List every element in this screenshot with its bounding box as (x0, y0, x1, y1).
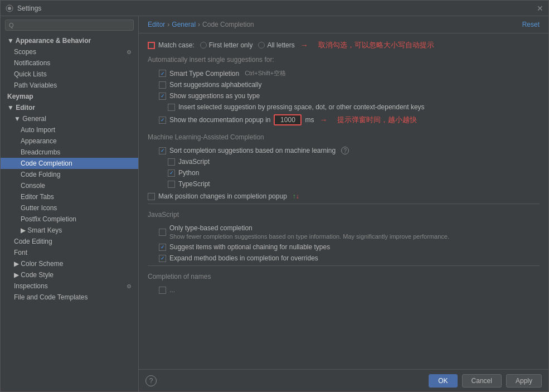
annotation1-arrow: → (300, 41, 308, 50)
nullable-types-checkbox[interactable] (159, 244, 166, 251)
show-as-type-row: Show suggestions as you type (148, 92, 540, 100)
help-button[interactable]: ? (145, 375, 157, 386)
annotation2-text: 提示弹窗时间，越小越快 (337, 115, 417, 125)
sidebar-item-font[interactable]: Font (1, 247, 138, 258)
sidebar-item-code-editing[interactable]: Code Editing (1, 236, 138, 247)
js-checkbox[interactable] (168, 158, 175, 166)
type-based-row: Only type-based completion Show fewer co… (148, 224, 540, 240)
sidebar-item-general[interactable]: ▼ General (1, 113, 138, 124)
completion-names-title: Completion of names (148, 273, 211, 280)
sidebar-item-code-style[interactable]: ▶ Code Style (1, 269, 138, 280)
show-as-type-checkbox[interactable] (159, 93, 166, 100)
cancel-button[interactable]: Cancel (462, 374, 502, 388)
apply-button[interactable]: Apply (506, 374, 542, 388)
section-arrow: ▼ (7, 37, 16, 45)
breadcrumb-general[interactable]: General (172, 21, 196, 28)
match-case-label: Match case: (158, 41, 195, 49)
sidebar-item-editor[interactable]: ▼ Editor (1, 102, 138, 113)
sidebar-item-gutter-icons[interactable]: Gutter Icons (1, 202, 138, 214)
mark-position-checkbox[interactable] (148, 193, 155, 200)
type-based-checkbox[interactable] (159, 229, 166, 236)
more-checkbox[interactable] (159, 287, 166, 294)
sidebar-item-auto-import[interactable]: Auto Import (1, 124, 138, 135)
code-style-arrow: ▶ (14, 271, 21, 279)
show-doc-popup-label: Show the documentation popup in (169, 116, 270, 124)
sidebar-item-path-variables[interactable]: Path Variables (1, 80, 138, 91)
window-controls: ✕ (536, 4, 544, 12)
insert-selected-checkbox[interactable] (168, 104, 175, 111)
auto-insert-label-row: Automatically insert single suggestions … (148, 54, 540, 66)
nullable-types-label: Suggest items with optional chaining for… (169, 243, 330, 251)
sidebar-item-inspections[interactable]: Inspections ⚙ (1, 280, 138, 292)
smart-type-checkbox[interactable] (159, 70, 166, 77)
sort-alpha-row: Sort suggestions alphabetically (148, 81, 540, 89)
sidebar-item-keymap[interactable]: Keymap (1, 91, 138, 102)
app-icon (5, 4, 14, 13)
footer-left: ? (145, 375, 157, 386)
match-case-checkbox[interactable] (148, 42, 155, 49)
search-icon: Q (9, 22, 14, 28)
smart-type-label: Smart Type Completion (169, 70, 239, 78)
sort-alpha-checkbox[interactable] (159, 81, 166, 89)
search-input[interactable] (16, 21, 130, 29)
reset-button[interactable]: Reset (522, 21, 540, 28)
completion-names-row: Completion of names (148, 268, 540, 283)
js-row: JavaScript (148, 158, 540, 166)
radio-group-match: First letter only All letters (200, 41, 295, 49)
python-checkbox[interactable] (168, 170, 175, 177)
radio-all-letters-input[interactable] (258, 42, 265, 49)
editor-arrow: ▼ (7, 104, 16, 112)
sort-ml-help-icon[interactable]: ? (341, 147, 349, 154)
radio-first-letter-input[interactable] (200, 42, 207, 49)
typescript-label: TypeScript (178, 180, 210, 188)
smart-type-shortcut: Ctrl+Shift+空格 (245, 69, 286, 78)
expand-method-row: Expand method bodies in completion for o… (148, 254, 540, 262)
sidebar-item-appearance-behavior[interactable]: ▼ Appearance & Behavior (1, 35, 138, 46)
sidebar-item-console[interactable]: Console (1, 180, 138, 191)
expand-method-checkbox[interactable] (159, 255, 166, 262)
breadcrumb-sep2: › (198, 21, 200, 28)
close-button[interactable]: ✕ (536, 4, 544, 12)
sidebar-item-scopes[interactable]: Scopes ⚙ (1, 46, 138, 57)
sidebar-item-color-scheme[interactable]: ▶ Color Scheme (1, 258, 138, 269)
javascript-section-row: JavaScript (148, 206, 540, 221)
sort-ml-checkbox[interactable] (159, 147, 166, 154)
radio-all-letters[interactable]: All letters (258, 41, 294, 49)
breadcrumb: Editor › General › Code Completion Reset (139, 16, 548, 33)
radio-first-letter-label: First letter only (209, 41, 253, 49)
sidebar-item-smart-keys[interactable]: ▶ Smart Keys (1, 225, 138, 236)
separator1 (148, 204, 540, 204)
insert-selected-label: Insert selected suggestion by pressing s… (178, 103, 425, 111)
down-arrow-icon: ↓ (296, 192, 299, 200)
typescript-row: TypeScript (148, 180, 540, 188)
doc-popup-input[interactable] (274, 114, 302, 125)
nullable-types-row: Suggest items with optional chaining for… (148, 243, 540, 251)
mark-position-label: Mark position changes in completion popu… (158, 192, 287, 200)
sidebar-item-editor-tabs[interactable]: Editor Tabs (1, 191, 138, 202)
sidebar-item-code-folding[interactable]: Code Folding (1, 169, 138, 180)
general-arrow: ▼ (14, 115, 22, 123)
sidebar-item-appearance[interactable]: Appearance (1, 135, 138, 147)
sidebar-item-notifications[interactable]: Notifications (1, 57, 138, 69)
ok-button[interactable]: OK (429, 374, 457, 388)
sidebar-item-code-completion[interactable]: Code Completion (1, 158, 138, 169)
sidebar-item-quick-lists[interactable]: Quick Lists (1, 69, 138, 80)
ml-section-title: Machine Learning-Assisted Completion (148, 133, 264, 141)
sidebar-item-postfix-completion[interactable]: Postfix Completion (1, 214, 138, 225)
radio-first-letter[interactable]: First letter only (200, 41, 253, 49)
svg-point-1 (8, 7, 11, 10)
annotation1-text: 取消勾选，可以忽略大小写自动提示 (318, 40, 434, 50)
sidebar-item-breadcrumbs[interactable]: Breadcrumbs (1, 147, 138, 158)
sidebar-item-file-code-templates[interactable]: File and Code Templates (1, 292, 138, 303)
show-as-type-label: Show suggestions as you type (169, 92, 260, 100)
python-row: Python (148, 169, 540, 177)
settings-scroll-area[interactable]: Match case: First letter only All letter… (139, 33, 548, 369)
search-box[interactable]: Q (5, 20, 134, 31)
show-doc-popup-checkbox[interactable] (159, 117, 166, 124)
typescript-checkbox[interactable] (168, 181, 175, 188)
type-based-label: Only type-based completion (169, 224, 252, 232)
titlebar: Settings ✕ (1, 1, 548, 16)
breadcrumb-editor[interactable]: Editor (148, 21, 165, 28)
window-title: Settings (17, 4, 536, 12)
show-doc-popup-row: Show the documentation popup in ms → 提示弹… (148, 114, 540, 125)
